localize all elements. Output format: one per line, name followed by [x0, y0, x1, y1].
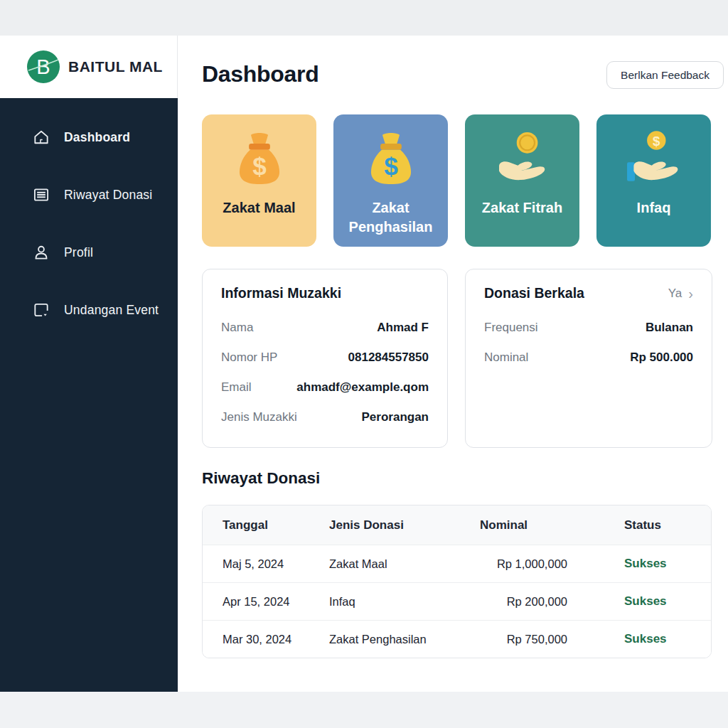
top-strip: [0, 0, 728, 36]
kv-value: Perorangan: [362, 410, 429, 424]
cell-jenis: Zakat Penghasilan: [329, 633, 480, 646]
cell-nominal: Rp 1,000,000: [480, 557, 576, 571]
brand-name: BAITUL MAL: [68, 58, 163, 75]
hand-coin-icon: [491, 114, 554, 198]
hand-coin-icon: $: [623, 114, 685, 198]
chevron-right-icon: ›: [688, 287, 693, 301]
card-label: Zakat Penghasilan: [333, 198, 448, 237]
bottom-strip: [0, 692, 728, 728]
cell-nominal: Rp 200,000: [480, 595, 576, 609]
svg-text:$: $: [653, 134, 660, 149]
muzakki-info-card: Informasi Muzakki Nama Ahmad F Nomor HP …: [202, 269, 448, 448]
home-icon: [32, 128, 50, 146]
sidebar-item-label: Undangan Event: [64, 303, 159, 318]
list-icon: [32, 186, 50, 204]
muzakki-row-jenis: Jenis Muzakki Perorangan: [221, 410, 429, 424]
kv-value: Bulanan: [646, 321, 693, 335]
money-bag-icon: $: [360, 114, 422, 198]
user-icon: [32, 243, 50, 262]
svg-text:$: $: [252, 152, 267, 180]
svg-text:$: $: [384, 152, 398, 180]
sidebar-item-profil[interactable]: Profil: [0, 242, 178, 263]
money-bag-icon: $: [228, 114, 291, 198]
history-section-title: Riwayat Donasi: [202, 469, 320, 488]
muzakki-row-nomor-hp: Nomor HP 081284557850: [221, 350, 429, 365]
category-cards-row: $ Zakat Maal $ Zakat Penghasilan: [202, 114, 711, 247]
kv-value: 081284557850: [348, 350, 429, 365]
brand-header: B BAITUL MAL: [0, 36, 178, 98]
kv-label: Nomor HP: [221, 350, 277, 365]
cell-tanggal: Apr 15, 2024: [203, 595, 329, 609]
cell-nominal: Rp 750,000: [480, 633, 576, 646]
sidebar-item-undangan-event[interactable]: Undangan Event: [0, 299, 178, 321]
muzakki-row-nama: Nama Ahmad F: [221, 321, 429, 335]
muzakki-card-title: Informasi Muzakki: [221, 285, 341, 301]
berkala-row-frequensi: Frequensi Bulanan: [484, 321, 693, 335]
card-zakat-maal[interactable]: $ Zakat Maal: [202, 114, 316, 247]
kv-value: Rp 500.000: [630, 350, 693, 365]
berkala-card-title: Donasi Berkala: [484, 285, 584, 301]
main-content: Dashboard Berlkan Feedback $ Zakat Maal: [178, 36, 728, 692]
card-zakat-penghasilan[interactable]: $ Zakat Penghasilan: [333, 114, 448, 247]
card-infaq[interactable]: $ Infaq: [596, 114, 711, 247]
sidebar-item-dashboard[interactable]: Dashboard: [0, 127, 178, 148]
cell-jenis: Zakat Maal: [329, 557, 480, 571]
info-cards-row: Informasi Muzakki Nama Ahmad F Nomor HP …: [202, 269, 712, 448]
table-row: Mar 30, 2024 Zakat Penghasilan Rp 750,00…: [203, 620, 711, 658]
table-header-row: Tanggal Jenis Donasi Nominal Status: [203, 505, 711, 545]
sidebar-item-riwayat-donasi[interactable]: Riwayat Donasi: [0, 184, 178, 205]
kv-label: Nama: [221, 321, 253, 335]
sidebar-item-label: Riwayat Donasi: [64, 188, 152, 203]
berkala-info-card: Donasi Berkala Ya › Frequensi Bulanan No…: [465, 269, 712, 448]
table-row: Apr 15, 2024 Infaq Rp 200,000 Sukses: [203, 582, 711, 620]
berkala-row-nominal: Nominal Rp 500.000: [484, 350, 693, 365]
brand-logo-icon: B: [27, 50, 60, 83]
history-table: Tanggal Jenis Donasi Nominal Status Maj …: [202, 505, 712, 658]
cell-tanggal: Maj 5, 2024: [203, 557, 329, 571]
card-label: Zakat Maal: [217, 198, 301, 218]
column-header-jenis-donasi: Jenis Donasi: [329, 518, 480, 532]
column-header-nominal: Nominal: [480, 518, 576, 532]
kv-label: Frequensi: [484, 321, 538, 335]
card-zakat-fitrah[interactable]: Zakat Fitrah: [465, 114, 579, 247]
app-window: B BAITUL MAL Dashboard Riwayat Donasi: [0, 0, 728, 728]
cell-status: Sukses: [576, 632, 711, 646]
sidebar-item-label: Profil: [64, 245, 93, 260]
cell-status: Sukses: [576, 594, 711, 609]
kv-value: Ahmad F: [377, 321, 429, 335]
page-title: Dashboard: [202, 61, 318, 87]
cell-status: Sukses: [576, 557, 711, 571]
cell-tanggal: Mar 30, 2024: [203, 633, 329, 646]
kv-label: Email: [221, 380, 252, 395]
sidebar-item-label: Dashboard: [64, 130, 130, 145]
berkala-toggle-link[interactable]: Ya ›: [668, 287, 693, 301]
cell-jenis: Infaq: [329, 595, 480, 609]
kv-label: Jenis Muzakki: [221, 410, 297, 424]
column-header-tanggal: Tanggal: [203, 518, 329, 532]
muzakki-row-email: Email ahmadf@example.qom: [221, 380, 429, 395]
card-label: Infaq: [631, 198, 677, 218]
kv-label: Nominal: [484, 350, 528, 365]
berkala-toggle-value: Ya: [668, 287, 682, 301]
kv-value: ahmadf@example.qom: [296, 380, 429, 395]
table-row: Maj 5, 2024 Zakat Maal Rp 1,000,000 Suks…: [203, 545, 711, 582]
card-label: Zakat Fitrah: [476, 198, 568, 218]
event-icon: [32, 301, 50, 319]
feedback-button[interactable]: Berlkan Feedback: [606, 61, 724, 89]
sidebar: Dashboard Riwayat Donasi Profil Undangan…: [0, 98, 178, 692]
column-header-status: Status: [576, 518, 711, 532]
